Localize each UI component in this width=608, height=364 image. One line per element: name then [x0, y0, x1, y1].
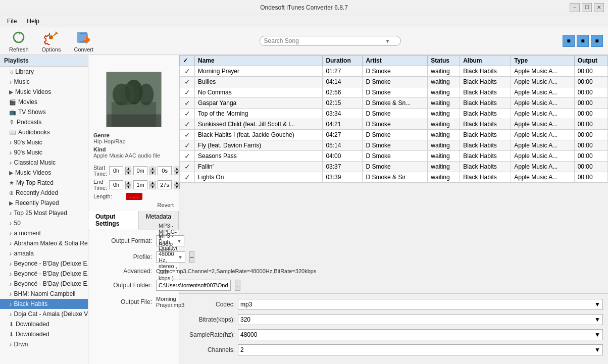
tv-shows-icon: 📺	[9, 109, 16, 116]
start-s-input[interactable]	[158, 166, 172, 175]
table-row[interactable]: ✓ Morning Prayer 01:27 D Smoke waiting B…	[180, 66, 608, 77]
refresh-button[interactable]: Refresh	[5, 27, 33, 55]
sidebar-item-movies[interactable]: 🎬Movies	[0, 97, 88, 107]
sidebar-item-beyonce2[interactable]: ♪Beyoncé - B'Day (Deluxe E...	[0, 269, 88, 279]
sidebar-item-classical[interactable]: ♪Classical Music	[0, 158, 88, 168]
start-m-up[interactable]: ▲	[149, 167, 156, 171]
sidebar-item-doja-cat[interactable]: ♪Doja Cat - Amala (Deluxe V...	[0, 309, 88, 319]
sidebar-item-my-top-rated[interactable]: ★My Top Rated	[0, 178, 88, 188]
refresh-icon	[11, 29, 27, 45]
maximize-button[interactable]: ☐	[582, 3, 592, 12]
row-check[interactable]: ✓	[180, 151, 195, 162]
options-button[interactable]: Options	[38, 27, 65, 55]
row-status: waiting	[428, 130, 460, 140]
row-check[interactable]: ✓	[180, 98, 195, 109]
end-h-input[interactable]	[109, 180, 123, 189]
view-btn-1[interactable]: ■	[563, 35, 575, 47]
sidebar-item-abraham[interactable]: ♪Abraham Mateo & Sofia Re	[0, 238, 88, 248]
table-row[interactable]: ✓ Bullies 04:14 D Smoke waiting Black Ha…	[180, 77, 608, 87]
sidebar-item-music[interactable]: ♪Music	[0, 77, 88, 87]
close-button[interactable]: ✕	[594, 3, 604, 12]
sidebar-item-music-videos[interactable]: ▶Music Videos	[0, 87, 88, 97]
view-btn-3[interactable]: ■	[591, 35, 603, 47]
start-h-down[interactable]: ▼	[125, 171, 131, 175]
bitrate-select[interactable]: 320 ▼	[238, 314, 603, 325]
sidebar-item-beyonce3[interactable]: ♪Beyoncé - B'Day (Deluxe E...	[0, 279, 88, 289]
col-name: Name	[195, 56, 323, 66]
convert-button[interactable]: Convert	[70, 27, 97, 55]
row-check[interactable]: ✓	[180, 77, 195, 87]
start-h-spinner[interactable]: ▲▼	[125, 167, 131, 175]
check-mark-icon: ✓	[184, 120, 190, 128]
table-row[interactable]: ✓ Fly (feat. Davion Farris) 05:14 D Smok…	[180, 140, 608, 151]
sidebar-item-50[interactable]: ♪50	[0, 218, 88, 228]
end-h-spinner[interactable]: ▲▼	[125, 181, 131, 189]
svg-point-8	[120, 84, 134, 106]
revert-button[interactable]: Revert	[88, 202, 179, 211]
sidebar-item-black-habits[interactable]: ♪Black Habits	[0, 299, 88, 309]
row-check[interactable]: ✓	[180, 66, 195, 77]
minimize-button[interactable]: –	[570, 3, 580, 12]
row-check[interactable]: ✓	[180, 119, 195, 130]
table-row[interactable]: ✓ Gaspar Yanga 02:15 D Smoke & Sn... wai…	[180, 98, 608, 109]
samplerate-select[interactable]: 48000 ▼	[238, 329, 603, 340]
row-check[interactable]: ✓	[180, 162, 195, 172]
row-check[interactable]: ✓	[180, 172, 195, 183]
end-m-spinner[interactable]: ▲▼	[149, 181, 156, 189]
row-duration: 04:00	[323, 151, 363, 162]
profile-select[interactable]: MP3 - High Quality( 48000 Hz, stereo , 3…	[156, 251, 185, 263]
table-row[interactable]: ✓ Fallin' 03:37 D Smoke waiting Black Ha…	[180, 162, 608, 172]
sidebar-item-library[interactable]: ♫Library	[0, 67, 88, 77]
sidebar-item-bhm[interactable]: ♪BHM: Naomi Campbell	[0, 289, 88, 299]
sidebar-item-tv-shows[interactable]: 📺TV Shows	[0, 107, 88, 117]
start-h-input[interactable]	[109, 166, 123, 175]
sidebar-item-podcasts[interactable]: 🎙Podcasts	[0, 117, 88, 127]
sidebar-item-a-moment[interactable]: ♪a moment	[0, 228, 88, 238]
channels-select[interactable]: 2 ▼	[238, 344, 603, 355]
row-check[interactable]: ✓	[180, 140, 195, 151]
search-input[interactable]	[264, 37, 385, 44]
sidebar-item-90s-music2[interactable]: ♪90's Music	[0, 147, 88, 158]
sidebar-item-top25[interactable]: ♪Top 25 Most Played	[0, 208, 88, 218]
sidebar-item-audiobooks[interactable]: 📖Audiobooks	[0, 127, 88, 137]
downloaded2-icon: ⬇	[9, 331, 14, 338]
sidebar-item-music-videos2[interactable]: ▶Music Videos	[0, 168, 88, 178]
menu-help[interactable]: Help	[22, 17, 44, 26]
col-check[interactable]: ✓	[180, 56, 195, 66]
sidebar-item-downloaded1[interactable]: ⬇Downloaded	[0, 319, 88, 329]
col-duration: Duration	[323, 56, 363, 66]
start-m-down[interactable]: ▼	[149, 171, 156, 175]
sidebar-item-amaala[interactable]: ♪amaala	[0, 248, 88, 258]
end-m-input[interactable]	[133, 180, 147, 189]
row-check[interactable]: ✓	[180, 87, 195, 98]
view-btn-2[interactable]: ■	[577, 35, 589, 47]
search-dropdown-arrow[interactable]: ▼	[385, 38, 390, 44]
menu-file[interactable]: File	[2, 17, 22, 26]
sidebar-item-recently-added[interactable]: ⊕Recently Added	[0, 188, 88, 198]
genre-label: Genre	[93, 132, 174, 138]
table-row[interactable]: ✓ Seasons Pass 04:00 D Smoke waiting Bla…	[180, 151, 608, 162]
table-row[interactable]: ✓ Top of the Morning 03:34 D Smoke waiti…	[180, 109, 608, 119]
table-row[interactable]: ✓ No Commas 02:56 D Smoke waiting Black …	[180, 87, 608, 98]
end-m-down[interactable]: ▼	[149, 185, 156, 189]
start-m-spinner[interactable]: ▲▼	[149, 167, 156, 175]
row-check[interactable]: ✓	[180, 109, 195, 119]
output-settings-panel: Output Format: MP3 - MPEG-1 Audio Layer …	[88, 230, 179, 364]
table-row[interactable]: ✓ Black Habits I (feat. Jackie Gouche) 0…	[180, 130, 608, 140]
end-s-input[interactable]	[158, 180, 172, 189]
sidebar-item-beyonce1[interactable]: ♪Beyoncé - B'Day (Deluxe E...	[0, 258, 88, 269]
sidebar-item-recently-played[interactable]: ▶Recently Played	[0, 198, 88, 208]
sidebar-item-drwn[interactable]: ♪Drwn	[0, 339, 88, 349]
start-h-up[interactable]: ▲	[125, 167, 131, 171]
table-row[interactable]: ✓ Sunkissed Child (feat. Jill Scott & l.…	[180, 119, 608, 130]
row-check[interactable]: ✓	[180, 130, 195, 140]
end-m-up[interactable]: ▲	[149, 181, 156, 185]
sidebar-item-downloaded2[interactable]: ⬇Downloaded	[0, 329, 88, 339]
end-h-up[interactable]: ▲	[125, 181, 131, 185]
table-row[interactable]: ✓ Lights On 03:39 D Smoke & Sir waiting …	[180, 172, 608, 183]
start-m-input[interactable]	[133, 166, 147, 175]
codec-select[interactable]: mp3 ▼	[238, 299, 603, 310]
tab-output-settings[interactable]: Output Settings	[88, 211, 139, 230]
end-h-down[interactable]: ▼	[125, 185, 131, 189]
sidebar-item-90s-music[interactable]: ♪90's Music	[0, 137, 88, 147]
